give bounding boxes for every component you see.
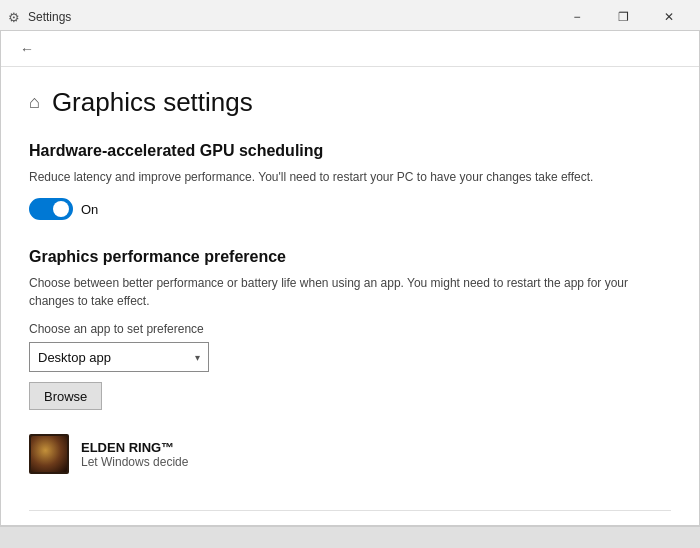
page-title: Graphics settings: [52, 87, 253, 118]
toggle-label: On: [81, 202, 98, 217]
dropdown-label: Choose an app to set preference: [29, 322, 671, 336]
back-button[interactable]: ←: [13, 35, 41, 63]
gpu-scheduling-desc: Reduce latency and improve performance. …: [29, 168, 671, 186]
browse-button[interactable]: Browse: [29, 382, 102, 410]
app-list-item: ELDEN RING™ Let Windows decide: [29, 426, 671, 482]
minimize-button[interactable]: −: [554, 2, 600, 32]
app-name: ELDEN RING™: [81, 440, 188, 455]
taskbar: [0, 526, 700, 548]
app-preference: Let Windows decide: [81, 455, 188, 469]
home-icon: ⌂: [29, 92, 40, 113]
perf-preference-title: Graphics performance preference: [29, 248, 671, 266]
gpu-scheduling-toggle[interactable]: [29, 198, 73, 220]
elden-ring-icon: [31, 436, 67, 472]
title-bar-controls: − ❐ ✕: [554, 2, 692, 32]
close-button[interactable]: ✕: [646, 2, 692, 32]
title-bar-icon: ⚙: [8, 10, 20, 25]
perf-preference-desc: Choose between better performance or bat…: [29, 274, 671, 310]
chevron-down-icon: ▾: [195, 352, 200, 363]
main-window: ← ⌂ Graphics settings Hardware-accelerat…: [0, 30, 700, 526]
content-area: ⌂ Graphics settings Hardware-accelerated…: [1, 67, 699, 525]
app-type-dropdown[interactable]: Desktop app ▾: [29, 342, 209, 372]
page-header: ⌂ Graphics settings: [29, 87, 671, 118]
title-bar-title: Settings: [28, 10, 71, 24]
app-info: ELDEN RING™ Let Windows decide: [81, 440, 188, 469]
title-bar: ⚙ Settings − ❐ ✕: [0, 0, 700, 30]
perf-preference-section: Graphics performance preference Choose b…: [29, 248, 671, 482]
divider: [29, 510, 671, 511]
gpu-scheduling-section: Hardware-accelerated GPU scheduling Redu…: [29, 142, 671, 220]
dropdown-value: Desktop app: [38, 350, 111, 365]
toggle-row: On: [29, 198, 671, 220]
nav-bar: ←: [1, 31, 699, 67]
app-icon: [29, 434, 69, 474]
restore-button[interactable]: ❐: [600, 2, 646, 32]
toggle-knob: [53, 201, 69, 217]
gpu-scheduling-title: Hardware-accelerated GPU scheduling: [29, 142, 671, 160]
